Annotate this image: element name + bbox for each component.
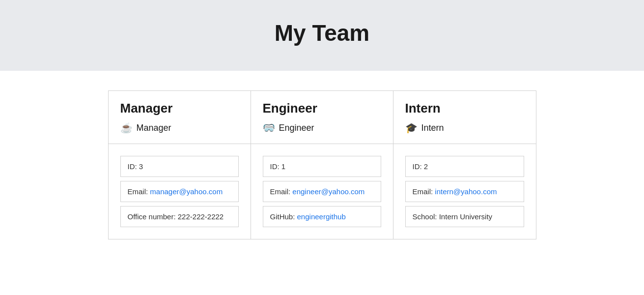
card-role-title-engineer: Engineer xyxy=(263,101,381,116)
team-card-manager: Manager☕ManagerID: 3Email: manager@yahoo… xyxy=(109,91,251,239)
role-icon-intern: 🎓 xyxy=(405,122,418,134)
info-box-intern-0: ID: 2 xyxy=(405,156,524,177)
card-body-engineer: ID: 1Email: engineer@yahoo.comGitHub: en… xyxy=(251,144,393,239)
page-header: My Team xyxy=(0,0,644,71)
team-card-engineer: Engineer🥽EngineerID: 1Email: engineer@ya… xyxy=(251,91,393,239)
role-label-text-engineer: Engineer xyxy=(279,123,314,133)
card-role-title-manager: Manager xyxy=(120,101,239,116)
role-icon-engineer: 🥽 xyxy=(263,122,275,134)
card-role-label-manager: ☕Manager xyxy=(120,122,239,134)
role-label-text-intern: Intern xyxy=(421,123,444,133)
card-body-manager: ID: 3Email: manager@yahoo.comOffice numb… xyxy=(109,144,251,239)
page-title: My Team xyxy=(0,20,644,46)
info-box-manager-0: ID: 3 xyxy=(120,156,239,177)
info-box-manager-1: Email: manager@yahoo.com xyxy=(120,181,239,202)
info-box-intern-1: Email: intern@yahoo.com xyxy=(405,181,524,202)
info-link-intern-1[interactable]: intern@yahoo.com xyxy=(435,187,497,196)
card-role-label-engineer: 🥽Engineer xyxy=(263,122,381,134)
card-header-engineer: Engineer🥽Engineer xyxy=(251,91,393,144)
info-link-engineer-2[interactable]: engineergithub xyxy=(297,212,346,221)
info-box-engineer-1: Email: engineer@yahoo.com xyxy=(263,181,381,202)
info-box-engineer-2: GitHub: engineergithub xyxy=(263,206,381,227)
info-link-manager-1[interactable]: manager@yahoo.com xyxy=(150,187,223,196)
card-header-manager: Manager☕Manager xyxy=(109,91,251,144)
card-role-label-intern: 🎓Intern xyxy=(405,122,524,134)
info-box-intern-2: School: Intern University xyxy=(405,206,524,227)
info-box-engineer-0: ID: 1 xyxy=(263,156,381,177)
card-role-title-intern: Intern xyxy=(405,101,524,116)
team-card-intern: Intern🎓InternID: 2Email: intern@yahoo.co… xyxy=(393,91,536,239)
team-grid: Manager☕ManagerID: 3Email: manager@yahoo… xyxy=(108,90,536,239)
role-icon-manager: ☕ xyxy=(120,122,133,134)
main-content: Manager☕ManagerID: 3Email: manager@yahoo… xyxy=(0,71,644,259)
info-box-manager-2: Office number: 222-222-2222 xyxy=(120,206,239,227)
info-link-engineer-1[interactable]: engineer@yahoo.com xyxy=(292,187,364,196)
card-header-intern: Intern🎓Intern xyxy=(393,91,536,144)
role-label-text-manager: Manager xyxy=(137,123,171,133)
card-body-intern: ID: 2Email: intern@yahoo.comSchool: Inte… xyxy=(393,144,536,239)
